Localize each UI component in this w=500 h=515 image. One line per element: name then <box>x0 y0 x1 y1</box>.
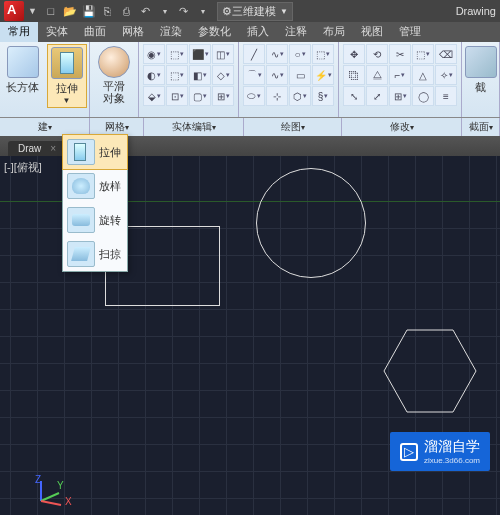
extrude-button[interactable]: 拉伸 ▼ <box>47 44 87 108</box>
trim-icon[interactable]: ✂ <box>389 44 411 64</box>
undo-icon[interactable]: ↶ <box>138 3 154 19</box>
smooth-button[interactable]: 平滑 对象 <box>94 44 134 106</box>
workspace-label: 三维建模 <box>232 4 276 19</box>
new-icon[interactable]: □ <box>43 3 59 19</box>
quick-access-toolbar: □ 📂 💾 ⎘ ⎙ ↶ ▾ ↷ ▾ <box>43 3 211 19</box>
helix-icon[interactable]: § <box>312 86 334 106</box>
grid-line <box>0 498 500 499</box>
spline-icon[interactable]: ∿ <box>266 65 288 85</box>
revolve-icon[interactable]: ◐ <box>143 65 165 85</box>
flyout-label: 放样 <box>99 179 121 194</box>
arc-icon[interactable]: ⌒ <box>243 65 265 85</box>
circle-icon[interactable]: ○ <box>289 44 311 64</box>
flyout-label: 扫掠 <box>99 247 121 262</box>
app-menu-chevron-icon[interactable]: ▼ <box>28 6 37 16</box>
flyout-loft[interactable]: 放样 <box>63 169 127 203</box>
array-icon[interactable]: ⊞ <box>389 86 411 106</box>
mirror-icon[interactable]: ⧋ <box>366 65 388 85</box>
tab-render[interactable]: 渲染 <box>152 22 190 42</box>
move-icon[interactable]: ✥ <box>343 44 365 64</box>
panel-modeling: 长方体 拉伸 ▼ <box>0 42 90 117</box>
file-tab-label: Draw <box>18 143 41 154</box>
chevron-down-icon: ▼ <box>63 96 71 105</box>
bolt-icon[interactable]: ⚡ <box>312 65 334 85</box>
polygon-icon[interactable]: ⬡ <box>289 86 311 106</box>
fillet-icon[interactable]: ⌐ <box>389 65 411 85</box>
sweep-icon <box>67 241 95 267</box>
ucs-y-label: Y <box>57 480 64 491</box>
cone-icon[interactable]: △ <box>412 65 434 85</box>
tab-layout[interactable]: 布局 <box>315 22 353 42</box>
rotate-icon[interactable]: ⟲ <box>366 44 388 64</box>
plabel-solidedit[interactable]: 实体编辑 <box>144 118 244 136</box>
subtract-icon[interactable]: ⬚ <box>166 65 188 85</box>
qat-chevron-icon[interactable]: ▾ <box>157 3 173 19</box>
svg-line-2 <box>41 493 59 501</box>
presspull-icon[interactable]: ⬚ <box>166 44 188 64</box>
app-logo-icon[interactable] <box>4 1 24 21</box>
align-icon[interactable]: ≡ <box>435 86 457 106</box>
redo-icon[interactable]: ↷ <box>176 3 192 19</box>
tab-insert[interactable]: 插入 <box>239 22 277 42</box>
union-icon[interactable]: ⬛ <box>189 44 211 64</box>
ribbon-tabs: 常用 实体 曲面 网格 渲染 参数化 插入 注释 布局 视图 管理 <box>0 22 500 42</box>
plabel-section[interactable]: 截面 <box>462 118 500 136</box>
section-button[interactable]: 截 <box>461 44 501 97</box>
tab-view[interactable]: 视图 <box>353 22 391 42</box>
tab-surface[interactable]: 曲面 <box>76 22 114 42</box>
cube-icon[interactable]: ⬚ <box>312 44 334 64</box>
tab-solid[interactable]: 实体 <box>38 22 76 42</box>
explode-icon[interactable]: ✧ <box>435 65 457 85</box>
polysolid-icon[interactable]: ◉ <box>143 44 165 64</box>
shell-icon[interactable]: ▢ <box>189 86 211 106</box>
open-icon[interactable]: 📂 <box>62 3 78 19</box>
close-icon[interactable]: × <box>50 143 56 154</box>
grid-line <box>0 417 500 418</box>
ucs-z-label: Z <box>35 474 41 485</box>
box-icon <box>7 46 39 78</box>
intersect-icon[interactable]: ⊡ <box>166 86 188 106</box>
offset-icon[interactable]: ⊞ <box>212 86 234 106</box>
flyout-extrude[interactable]: 拉伸 <box>62 134 128 170</box>
copy-icon[interactable]: ⿻ <box>343 65 365 85</box>
tab-annotate[interactable]: 注释 <box>277 22 315 42</box>
tab-mesh[interactable]: 网格 <box>114 22 152 42</box>
svg-line-3 <box>41 501 61 505</box>
slice-icon[interactable]: ◧ <box>189 65 211 85</box>
flyout-revolve[interactable]: 旋转 <box>63 203 127 237</box>
stretch-icon[interactable]: ⤡ <box>343 86 365 106</box>
point-icon[interactable]: ⊹ <box>266 86 288 106</box>
qat-chevron2-icon[interactable]: ▾ <box>195 3 211 19</box>
workspace-selector[interactable]: ⚙ 三维建模 ▼ <box>217 2 293 21</box>
edge-icon[interactable]: ◇ <box>212 65 234 85</box>
scale-icon[interactable]: ⤢ <box>366 86 388 106</box>
wire-icon[interactable]: ⬚ <box>412 44 434 64</box>
circle-entity[interactable] <box>256 168 366 278</box>
box-button[interactable]: 长方体 <box>3 44 43 108</box>
ellipse-icon[interactable]: ⬭ <box>243 86 265 106</box>
rect-icon[interactable]: ▭ <box>289 65 311 85</box>
sweep-icon[interactable]: ⬙ <box>143 86 165 106</box>
erase-icon[interactable]: ⌫ <box>435 44 457 64</box>
watermark: ▷ 溜溜自学 zixue.3d66.com <box>390 432 490 471</box>
pline-icon[interactable]: ∿ <box>266 44 288 64</box>
sphere-icon[interactable]: ◯ <box>412 86 434 106</box>
panel-mesh: 平滑 对象 <box>90 42 139 117</box>
plabel-draw[interactable]: 绘图 <box>244 118 342 136</box>
tab-home[interactable]: 常用 <box>0 22 38 42</box>
save-icon[interactable]: 💾 <box>81 3 97 19</box>
line-icon[interactable]: ╱ <box>243 44 265 64</box>
file-tab[interactable]: Draw × <box>8 141 66 156</box>
flyout-sweep[interactable]: 扫掠 <box>63 237 127 271</box>
hexagon-entity[interactable] <box>380 326 480 416</box>
plabel-modify[interactable]: 修改 <box>342 118 462 136</box>
flyout-label: 旋转 <box>99 213 121 228</box>
extract-icon[interactable]: ◫ <box>212 44 234 64</box>
chevron-down-icon: ▼ <box>280 7 288 16</box>
saveas-icon[interactable]: ⎘ <box>100 3 116 19</box>
print-icon[interactable]: ⎙ <box>119 3 135 19</box>
tab-parametric[interactable]: 参数化 <box>190 22 239 42</box>
grid-line <box>0 471 500 472</box>
tab-manage[interactable]: 管理 <box>391 22 429 42</box>
view-label[interactable]: [-][俯视] <box>4 160 42 175</box>
